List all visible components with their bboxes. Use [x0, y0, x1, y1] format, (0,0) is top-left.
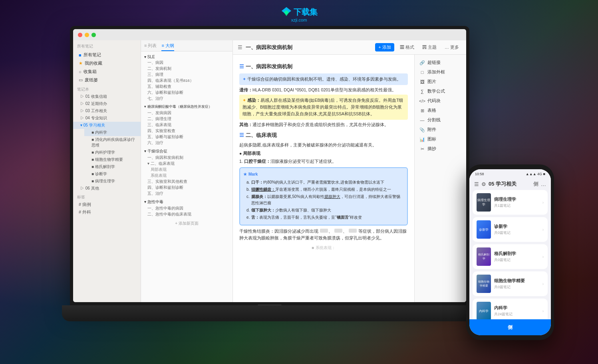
sidebar-notebook-06[interactable]: ▷ 06 其他 [73, 185, 141, 192]
insert-code[interactable]: </> 代码块 [415, 96, 466, 106]
insert-hyperlink[interactable]: 🔗 超链接 [415, 58, 466, 67]
chevron-icon-5: › [542, 309, 544, 313]
add-page-button[interactable]: + 添加新页面 [141, 219, 232, 228]
blank-box-2 [334, 229, 342, 233]
window-body: 所有笔记 ■ 所有笔记 ★ 我的收藏 ○ 收集箱 [73, 40, 466, 302]
inbox-icon: ○ [79, 69, 81, 74]
table-icon: ⊞ [419, 108, 425, 113]
outline-dry-2[interactable]: ▾ 二、临床表现 [141, 161, 232, 167]
main-editor: ☰ 一、病因和发病机制 + 添加 ☰ 格式 ☴ 主题 … 更多 ☰ [233, 40, 466, 302]
editor-content: ☰ 一、病因和发病机制 ✦ 干燥综合征的确切病因和发病机制不明。遗传、感染、环境… [233, 55, 414, 302]
outline-dry-2a[interactable]: 局部表现 [141, 167, 232, 173]
toolbar-format-button[interactable]: ☰ 格式 [397, 44, 417, 51]
toolbar-menu-icon[interactable]: ☰ [238, 44, 242, 50]
outline-diab-2[interactable]: 二、病理生理 [141, 116, 232, 122]
phone-device: 10:58 ▲▲▲ 4G ■ ☰ ⚙ 05 学习相关 侧 … 病理生理学 病理生… [466, 164, 554, 340]
outline-poison-title[interactable]: ▾ 急性中毒 [141, 198, 232, 206]
outline-dry-3[interactable]: 三、实验室和其他检查 [141, 179, 232, 185]
sidebar-note-bingli[interactable]: ■ 病理生理学 [84, 178, 141, 185]
tab-list[interactable]: ≡ 列表 [144, 43, 157, 51]
phone-book-item-3[interactable]: 格氏解剖学 格氏解剖学 共0篇笔记 › [473, 244, 548, 269]
insert-quote[interactable]: ✂ 摘抄 [415, 144, 466, 154]
sidebar-item-favorites[interactable]: ★ 我的收藏 [73, 59, 141, 67]
chevron-icon-1: › [542, 200, 544, 205]
sidebar-note-xiaohua[interactable]: ■ 消化内科疾病临床诊疗思维 [84, 136, 141, 149]
phone-book-item-2[interactable]: 诊新学 诊新学 共0篇笔记 › [473, 217, 548, 242]
insert-table[interactable]: ⊞ 表格 [415, 106, 466, 115]
phone-bottom-bar[interactable]: 侧 [469, 319, 551, 335]
phone-book-item-4[interactable]: 细胞生物学精要 细胞生物学精要 共0篇笔记 › [473, 271, 548, 296]
sidebar-item-inbox[interactable]: ○ 收集箱 [73, 67, 141, 76]
outline-poison-1[interactable]: 一、急性中毒的病因 [141, 206, 232, 212]
outline-sle-5[interactable]: 五、辅助检查 [141, 84, 232, 90]
phone-search-icon[interactable]: 侧 [533, 180, 538, 188]
watermark-url-text: xzji.com [281, 18, 318, 22]
star-blue-icon: ✦ [242, 77, 247, 81]
outline-sle-3[interactable]: 三、病理 [141, 72, 232, 78]
sidebar-note-neihuli[interactable]: ■ 内科护理学 [84, 149, 141, 156]
insert-chart[interactable]: 📊 图标 [415, 135, 466, 144]
outline-sle-1[interactable]: 一、病因 [141, 60, 232, 66]
sidebar-notebook-02[interactable]: ▷ 02 近期待办 [73, 100, 141, 107]
book-title-2: 诊新学 [494, 224, 539, 229]
phone-book-item-5[interactable]: 内科学 内科学 共24篇笔记 › [473, 299, 548, 319]
toolbar-add-button[interactable]: + 添加 [375, 43, 394, 51]
sidebar-note-geshi[interactable]: ■ 格氏解剖学 [84, 163, 141, 170]
section-2-icon: ☰ [239, 131, 244, 140]
insert-frame[interactable]: □ 添加外框 [415, 67, 466, 77]
minimize-button[interactable] [85, 33, 89, 37]
phone-menu-icon[interactable]: ☰ [474, 181, 479, 187]
phone-settings-icon[interactable]: ⚙ [481, 181, 486, 187]
phone-more-icon[interactable]: … [541, 181, 546, 187]
insert-divider[interactable]: — 分割线 [415, 115, 466, 125]
outline-sle-2[interactable]: 二、发病机制 [141, 66, 232, 72]
outline-sle-title[interactable]: ▾ SLE [141, 54, 232, 60]
outline-dry-4[interactable]: 四、诊断和鉴别诊断 [141, 185, 232, 191]
sidebar-tag-waike[interactable]: # 外科 [73, 208, 141, 216]
outline-diab-5[interactable]: 五、诊断与鉴别诊断 [141, 134, 232, 140]
toolbar-theme-button[interactable]: ☴ 主题 [420, 44, 439, 51]
system-section-hint: ■ 系统表现： [239, 242, 408, 253]
outline-dry-1[interactable]: 一、病因和发病机制 [141, 155, 232, 161]
sidebar-item-trash[interactable]: ▭ 废纸篓 [73, 76, 141, 84]
outline-diab-4[interactable]: 四、实验室检查 [141, 128, 232, 134]
outline-diabetes-title[interactable]: ▾ 糖尿病酮症酸中毒（糖尿病急性并发症） [141, 103, 232, 110]
outline-diab-6[interactable]: 六、治疗 [141, 140, 232, 146]
outline-dry-5[interactable]: 五、治疗 [141, 191, 232, 197]
outline-sle-4[interactable]: 四、临床表现（见书816） [141, 78, 232, 84]
sidebar-note-zhenduanxue[interactable]: ■ 诊断学 [84, 170, 141, 178]
frame-label: 添加外框 [427, 69, 445, 75]
panel-tabs: ≡ 列表 ≡ 大纲 [141, 40, 232, 51]
sidebar-notebook-01[interactable]: ▷ 01 收集信箱 [73, 93, 141, 100]
sidebar-note-neike[interactable]: ■ 内科学 [84, 129, 141, 136]
insert-image[interactable]: 🖼 图片 [415, 77, 466, 87]
outline-sle-7[interactable]: 七、治疗 [141, 96, 232, 102]
outline-dry-2b[interactable]: 系统表现 [141, 173, 232, 179]
sidebar-note-xibao[interactable]: ■ 细胞生物学精要 [84, 156, 141, 163]
editor-toolbar: ☰ 一、病因和发病机制 + 添加 ☰ 格式 ☴ 主题 … 更多 [233, 40, 466, 55]
book-cover-5: 内科学 [477, 302, 491, 319]
mark-header: ★ Mark [243, 171, 404, 178]
close-button[interactable] [78, 33, 82, 37]
toolbar-more-button[interactable]: … 更多 [442, 44, 461, 51]
chart-icon: 📊 [419, 136, 425, 142]
tab-outline[interactable]: ≡ 大纲 [161, 43, 174, 51]
outline-poison-2[interactable]: 二、急性中毒的临床表现 [141, 212, 232, 218]
maximize-button[interactable] [91, 33, 96, 37]
insert-math[interactable]: ∑ 数学公式 [415, 87, 466, 96]
sidebar-notebook-04[interactable]: ▷ 04 专业知识 [73, 115, 141, 122]
sidebar-notebook-03[interactable]: ▷ 03 工作相关 [73, 107, 141, 115]
outline-sle-6[interactable]: 六、诊断和鉴别诊断 [141, 90, 232, 96]
sidebar-notebook-05[interactable]: ▾ 05 学习相关 [73, 122, 141, 129]
middle-panel: ≡ 列表 ≡ 大纲 ▾ SLE 一、病因 二、发病机制 三、病理 四、临床表现（… [141, 40, 233, 302]
outline-diab-1[interactable]: 一、发病病因 [141, 110, 232, 116]
outline-dry-title[interactable]: ▾ 干燥综合征 [141, 148, 232, 155]
outline-diab-3[interactable]: 三、临床表现 [141, 122, 232, 128]
insert-attachment[interactable]: 📎 附件 [415, 125, 466, 135]
book-info-2: 诊新学 共0篇笔记 [494, 224, 539, 235]
sidebar-item-all-notes[interactable]: ■ 所有笔记 [73, 51, 141, 59]
book-title-3: 格氏解剖学 [494, 251, 539, 257]
sidebar-tag-bingli[interactable]: # 病例 [73, 201, 141, 208]
phone-time: 10:58 [475, 172, 484, 176]
phone-book-item-1[interactable]: 病理生理学 病理生理学 共1篇笔记 › [473, 190, 548, 215]
